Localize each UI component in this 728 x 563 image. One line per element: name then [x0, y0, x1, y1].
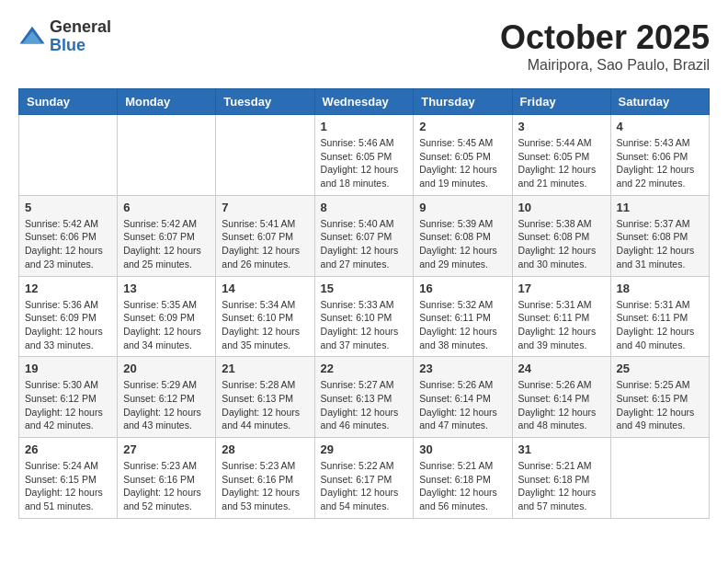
calendar-cell: 6Sunrise: 5:42 AMSunset: 6:07 PMDaylight…: [118, 195, 216, 276]
day-info: Sunrise: 5:21 AMSunset: 6:18 PMDaylight:…: [518, 459, 605, 513]
calendar-cell: 29Sunrise: 5:22 AMSunset: 6:17 PMDayligh…: [314, 438, 414, 519]
day-info: Sunrise: 5:41 AMSunset: 6:07 PMDaylight:…: [222, 217, 308, 271]
weekday-header: Tuesday: [216, 89, 314, 115]
day-number: 6: [123, 201, 210, 214]
day-number: 15: [321, 282, 408, 295]
day-number: 18: [617, 282, 703, 295]
calendar-cell: 7Sunrise: 5:41 AMSunset: 6:07 PMDaylight…: [216, 195, 314, 276]
weekday-header: Friday: [512, 89, 610, 115]
day-info: Sunrise: 5:26 AMSunset: 6:14 PMDaylight:…: [518, 378, 605, 432]
logo-general: General: [50, 18, 111, 37]
calendar-cell: 26Sunrise: 5:24 AMSunset: 6:15 PMDayligh…: [19, 438, 118, 519]
day-info: Sunrise: 5:44 AMSunset: 6:05 PMDaylight:…: [518, 136, 605, 190]
day-info: Sunrise: 5:37 AMSunset: 6:08 PMDaylight:…: [617, 217, 703, 271]
day-number: 28: [222, 442, 308, 456]
calendar-cell: 4Sunrise: 5:43 AMSunset: 6:06 PMDaylight…: [610, 115, 709, 196]
calendar-week-row: 19Sunrise: 5:30 AMSunset: 6:12 PMDayligh…: [19, 357, 710, 438]
day-info: Sunrise: 5:43 AMSunset: 6:06 PMDaylight:…: [617, 136, 703, 190]
calendar-week-row: 5Sunrise: 5:42 AMSunset: 6:06 PMDaylight…: [19, 195, 710, 276]
day-number: 31: [518, 442, 605, 456]
calendar-cell: 11Sunrise: 5:37 AMSunset: 6:08 PMDayligh…: [610, 195, 709, 276]
day-number: 22: [321, 362, 408, 375]
calendar-cell: 23Sunrise: 5:26 AMSunset: 6:14 PMDayligh…: [414, 357, 512, 438]
day-info: Sunrise: 5:38 AMSunset: 6:08 PMDaylight:…: [518, 217, 605, 271]
calendar-week-row: 1Sunrise: 5:46 AMSunset: 6:05 PMDaylight…: [19, 115, 710, 196]
day-number: 25: [617, 362, 703, 375]
calendar-cell: 3Sunrise: 5:44 AMSunset: 6:05 PMDaylight…: [512, 115, 610, 196]
day-info: Sunrise: 5:46 AMSunset: 6:05 PMDaylight:…: [321, 136, 408, 190]
logo-icon: [18, 23, 46, 51]
day-number: 26: [25, 442, 111, 456]
day-info: Sunrise: 5:23 AMSunset: 6:16 PMDaylight:…: [222, 459, 308, 513]
calendar-cell: 13Sunrise: 5:35 AMSunset: 6:09 PMDayligh…: [118, 276, 216, 357]
calendar-week-row: 12Sunrise: 5:36 AMSunset: 6:09 PMDayligh…: [19, 276, 710, 357]
month-title: October 2025: [500, 18, 710, 57]
calendar-cell: 9Sunrise: 5:39 AMSunset: 6:08 PMDaylight…: [414, 195, 512, 276]
day-number: 21: [222, 362, 308, 375]
day-info: Sunrise: 5:31 AMSunset: 6:11 PMDaylight:…: [518, 298, 605, 352]
day-number: 20: [123, 362, 210, 375]
day-info: Sunrise: 5:28 AMSunset: 6:13 PMDaylight:…: [222, 378, 308, 432]
day-info: Sunrise: 5:40 AMSunset: 6:07 PMDaylight:…: [321, 217, 408, 271]
day-number: 1: [321, 120, 408, 133]
weekday-header: Wednesday: [314, 89, 414, 115]
calendar-cell: [118, 115, 216, 196]
weekday-header: Sunday: [19, 89, 118, 115]
day-number: 5: [25, 201, 111, 214]
day-info: Sunrise: 5:34 AMSunset: 6:10 PMDaylight:…: [222, 298, 308, 352]
day-info: Sunrise: 5:24 AMSunset: 6:15 PMDaylight:…: [25, 459, 111, 513]
calendar-cell: 12Sunrise: 5:36 AMSunset: 6:09 PMDayligh…: [19, 276, 118, 357]
day-info: Sunrise: 5:35 AMSunset: 6:09 PMDaylight:…: [123, 298, 210, 352]
day-info: Sunrise: 5:45 AMSunset: 6:05 PMDaylight:…: [419, 136, 506, 190]
day-number: 29: [321, 442, 408, 456]
day-number: 4: [617, 120, 703, 133]
calendar-cell: 15Sunrise: 5:33 AMSunset: 6:10 PMDayligh…: [314, 276, 414, 357]
day-number: 23: [419, 362, 506, 375]
calendar-cell: 5Sunrise: 5:42 AMSunset: 6:06 PMDaylight…: [19, 195, 118, 276]
day-number: 30: [419, 442, 506, 456]
day-info: Sunrise: 5:22 AMSunset: 6:17 PMDaylight:…: [321, 459, 408, 513]
day-number: 19: [25, 362, 111, 375]
day-number: 24: [518, 362, 605, 375]
day-info: Sunrise: 5:26 AMSunset: 6:14 PMDaylight:…: [419, 378, 506, 432]
calendar-week-row: 26Sunrise: 5:24 AMSunset: 6:15 PMDayligh…: [19, 438, 710, 519]
calendar-cell: 10Sunrise: 5:38 AMSunset: 6:08 PMDayligh…: [512, 195, 610, 276]
calendar-table: SundayMondayTuesdayWednesdayThursdayFrid…: [18, 88, 710, 519]
day-number: 11: [617, 201, 703, 214]
location: Mairipora, Sao Paulo, Brazil: [500, 57, 710, 74]
calendar-cell: 30Sunrise: 5:21 AMSunset: 6:18 PMDayligh…: [414, 438, 512, 519]
day-info: Sunrise: 5:25 AMSunset: 6:15 PMDaylight:…: [617, 378, 703, 432]
calendar-cell: 25Sunrise: 5:25 AMSunset: 6:15 PMDayligh…: [610, 357, 709, 438]
day-number: 2: [419, 120, 506, 133]
calendar-cell: 18Sunrise: 5:31 AMSunset: 6:11 PMDayligh…: [610, 276, 709, 357]
calendar-cell: 31Sunrise: 5:21 AMSunset: 6:18 PMDayligh…: [512, 438, 610, 519]
logo: General Blue: [18, 18, 111, 55]
calendar-cell: 17Sunrise: 5:31 AMSunset: 6:11 PMDayligh…: [512, 276, 610, 357]
day-number: 9: [419, 201, 506, 214]
calendar-cell: 28Sunrise: 5:23 AMSunset: 6:16 PMDayligh…: [216, 438, 314, 519]
day-number: 8: [321, 201, 408, 214]
day-info: Sunrise: 5:23 AMSunset: 6:16 PMDaylight:…: [123, 459, 210, 513]
calendar-cell: 14Sunrise: 5:34 AMSunset: 6:10 PMDayligh…: [216, 276, 314, 357]
weekday-header: Thursday: [414, 89, 512, 115]
calendar-cell: 8Sunrise: 5:40 AMSunset: 6:07 PMDaylight…: [314, 195, 414, 276]
day-info: Sunrise: 5:42 AMSunset: 6:07 PMDaylight:…: [123, 217, 210, 271]
day-number: 7: [222, 201, 308, 214]
day-number: 12: [25, 282, 111, 295]
day-info: Sunrise: 5:42 AMSunset: 6:06 PMDaylight:…: [25, 217, 111, 271]
calendar-cell: 20Sunrise: 5:29 AMSunset: 6:12 PMDayligh…: [118, 357, 216, 438]
day-number: 27: [123, 442, 210, 456]
calendar-cell: [19, 115, 118, 196]
calendar-cell: [610, 438, 709, 519]
day-info: Sunrise: 5:30 AMSunset: 6:12 PMDaylight:…: [25, 378, 111, 432]
weekday-header: Saturday: [610, 89, 709, 115]
logo-blue: Blue: [50, 37, 111, 55]
calendar-cell: 16Sunrise: 5:32 AMSunset: 6:11 PMDayligh…: [414, 276, 512, 357]
day-number: 10: [518, 201, 605, 214]
day-number: 3: [518, 120, 605, 133]
calendar-cell: 22Sunrise: 5:27 AMSunset: 6:13 PMDayligh…: [314, 357, 414, 438]
logo-text: General Blue: [50, 18, 111, 55]
page-header: General Blue October 2025 Mairipora, Sao…: [18, 18, 710, 74]
day-info: Sunrise: 5:39 AMSunset: 6:08 PMDaylight:…: [419, 217, 506, 271]
day-info: Sunrise: 5:31 AMSunset: 6:11 PMDaylight:…: [617, 298, 703, 352]
